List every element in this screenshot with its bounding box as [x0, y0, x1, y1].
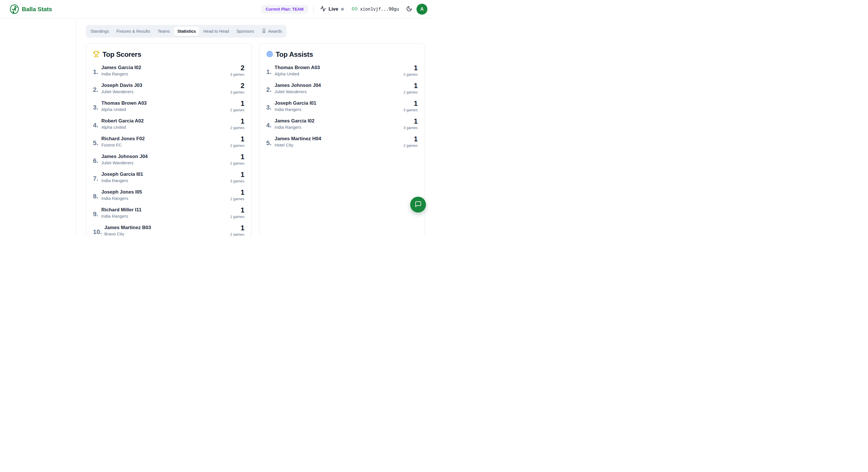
leaderboard-row: 1. Thomas Brown A03 Alpha United 1 2 gam…	[267, 65, 418, 77]
games-count: 3 games	[230, 72, 245, 76]
body-row: Standings Fixtures & Results Teams Stati…	[0, 19, 434, 236]
games-count: 2 games	[230, 126, 245, 130]
games-count: 2 games	[403, 72, 417, 76]
stat-value: 1	[230, 154, 245, 160]
leaderboard-row: 3. Joseph Garcia I01 India Rangers 1 3 g…	[267, 100, 418, 112]
tab-statistics[interactable]: Statistics	[174, 27, 199, 36]
rank-label: 5.	[267, 138, 272, 146]
games-count: 3 games	[230, 90, 245, 94]
team-name: Juliet Wanderers	[101, 160, 148, 165]
top-assists-title: Top Assists	[276, 50, 313, 59]
plan-badge[interactable]: Current Plan: TEAM	[261, 5, 308, 13]
rank-label: 4.	[267, 120, 272, 129]
rank-label: 6.	[93, 156, 99, 164]
team-name: Foxtrot FC	[101, 142, 145, 148]
stat-value: 2	[230, 82, 245, 89]
app-logo[interactable]: Balla Stats	[9, 4, 52, 14]
rank-label: 7.	[93, 173, 99, 182]
tab-awards[interactable]: Awards	[258, 26, 285, 36]
leaderboard-row: 2. James Johnson J04 Juliet Wanderers 1 …	[267, 82, 418, 95]
team-name: Hotel City	[275, 142, 321, 148]
tab-label: Head to Head	[203, 29, 229, 34]
chat-fab[interactable]	[410, 197, 426, 212]
avatar[interactable]: A	[416, 4, 427, 14]
tab-standings[interactable]: Standings	[87, 27, 113, 36]
status-dot	[341, 8, 344, 11]
rank-label: 1.	[93, 67, 99, 75]
trophy-icon	[93, 51, 100, 59]
games-count: 2 games	[403, 143, 417, 148]
leaderboard-row: 2. Joseph Davis J03 Juliet Wanderers 2 3…	[93, 82, 245, 95]
games-count: 3 games	[403, 126, 417, 130]
tab-fixtures-results[interactable]: Fixtures & Results	[113, 27, 154, 36]
top-assists-list: 1. Thomas Brown A03 Alpha United 1 2 gam…	[267, 65, 418, 148]
games-count: 2 games	[230, 108, 245, 112]
player-name: James Martinez B03	[104, 225, 151, 231]
wallet-address[interactable]: xion1vjf...90gu	[352, 6, 399, 12]
stat-value: 1	[403, 65, 417, 71]
stat-value: 1	[230, 189, 245, 196]
stat-value: 1	[230, 136, 245, 142]
games-count: 1 games	[230, 214, 245, 219]
stat-value: 1	[403, 136, 417, 142]
team-name: India Rangers	[101, 178, 143, 183]
team-name: Alpha United	[101, 107, 147, 112]
player-name: Thomas Brown A03	[275, 65, 320, 71]
top-scorers-title: Top Scorers	[102, 50, 141, 59]
team-name: Bravo City	[104, 231, 151, 236]
games-count: 2 games	[403, 90, 417, 94]
team-name: India Rangers	[101, 196, 142, 201]
tab-label: Fixtures & Results	[117, 29, 150, 34]
live-label: Live	[329, 6, 338, 12]
player-name: Robert Garcia A02	[101, 118, 144, 124]
games-count: 2 games	[230, 232, 245, 236]
stat-value: 1	[230, 118, 245, 125]
player-name: Joseph Garcia I01	[101, 171, 143, 177]
stat-value: 1	[403, 100, 417, 107]
top-scorers-card: Top Scorers 1. James Garcia I02 India Ra…	[86, 43, 252, 236]
tab-label: Statistics	[177, 29, 196, 34]
link-icon	[352, 6, 358, 12]
tab-sponsors[interactable]: Sponsors	[233, 27, 257, 36]
rank-label: 8.	[93, 191, 99, 200]
leaderboard-row: 7. Joseph Garcia I01 India Rangers 1 3 g…	[93, 171, 245, 183]
player-name: Joseph Davis J03	[101, 82, 143, 88]
player-name: Joseph Garcia I01	[275, 100, 317, 106]
rank-label: 2.	[93, 84, 99, 93]
rank-label: 1.	[267, 67, 272, 75]
app-title: Balla Stats	[22, 6, 52, 12]
games-count: 3 games	[403, 108, 417, 112]
stat-value: 1	[230, 171, 245, 178]
team-name: India Rangers	[101, 214, 142, 219]
tab-teams[interactable]: Teams	[154, 27, 174, 36]
target-icon	[267, 51, 273, 59]
player-name: Thomas Brown A03	[101, 100, 147, 106]
team-name: India Rangers	[101, 71, 141, 76]
games-count: 1 games	[230, 197, 245, 201]
top-scorers-header: Top Scorers	[93, 50, 245, 59]
tab-head-to-head[interactable]: Head to Head	[200, 27, 232, 36]
rank-label: 4.	[93, 120, 99, 129]
rank-label: 2.	[267, 84, 272, 93]
live-indicator: Live	[320, 6, 344, 13]
player-name: Richard Miller I11	[101, 207, 142, 213]
tab-bar: Standings Fixtures & Results Teams Stati…	[86, 25, 286, 38]
soccer-player-logo-icon	[9, 4, 19, 14]
top-assists-header: Top Assists	[267, 50, 418, 59]
moon-icon	[406, 6, 412, 12]
rank-label: 3.	[93, 102, 99, 111]
team-name: India Rangers	[275, 125, 315, 130]
team-name: Alpha United	[275, 71, 320, 76]
stat-value: 1	[230, 100, 245, 107]
player-name: Richard Jones F02	[101, 136, 145, 142]
games-count: 2 games	[230, 143, 245, 148]
games-count: 3 games	[230, 179, 245, 183]
stats-cards: Top Scorers 1. James Garcia I02 India Ra…	[86, 43, 425, 236]
player-name: James Johnson J04	[275, 82, 321, 88]
theme-toggle-button[interactable]	[406, 6, 412, 12]
leaderboard-row: 5. Richard Jones F02 Foxtrot FC 1 2 game…	[93, 136, 245, 148]
app-header: Balla Stats Current Plan: TEAM Live	[0, 0, 434, 19]
stat-value: 1	[230, 225, 245, 231]
leaderboard-row: 3. Thomas Brown A03 Alpha United 1 2 gam…	[93, 100, 245, 112]
tab-label: Teams	[158, 29, 170, 34]
